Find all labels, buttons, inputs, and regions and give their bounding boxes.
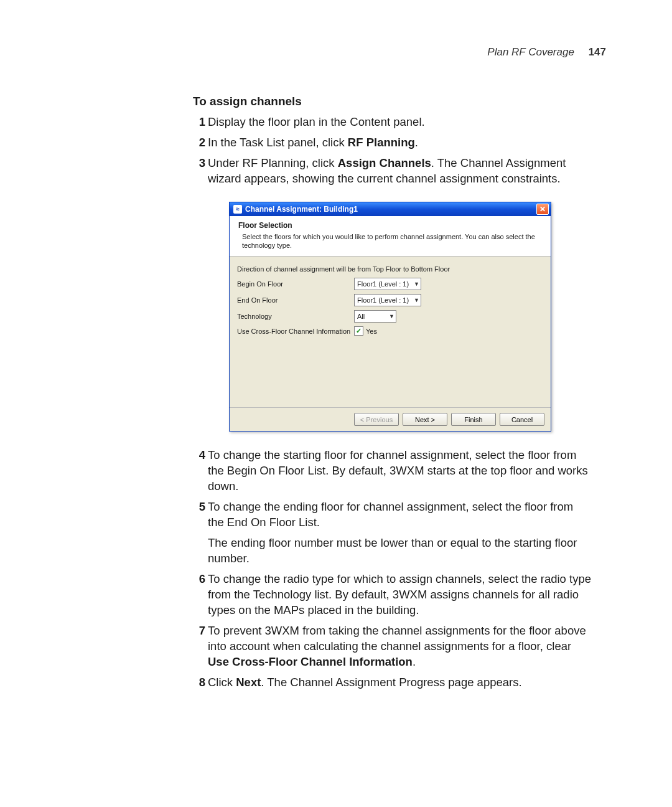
chevron-down-icon: ▼ xyxy=(414,281,419,287)
next-button[interactable]: Next > xyxy=(403,413,447,426)
dialog-header: Floor Selection Select the floors for wh… xyxy=(230,216,551,257)
step-1: Display the floor plan in the Content pa… xyxy=(193,115,591,130)
dialog-header-title: Floor Selection xyxy=(238,221,542,230)
cancel-button[interactable]: Cancel xyxy=(500,413,544,426)
section-title: To assign channels xyxy=(193,95,591,108)
running-title: Plan RF Coverage xyxy=(487,46,574,58)
dialog-header-desc: Select the floors for which you would li… xyxy=(238,232,542,250)
cross-floor-label: Use Cross-Floor Channel Information xyxy=(237,328,354,335)
dialog-body: Direction of channel assignment will be … xyxy=(230,257,551,407)
cross-floor-checkbox[interactable]: ✓ xyxy=(354,326,363,336)
step-8: Click Next. The Channel Assignment Progr… xyxy=(193,675,591,691)
step-5: To change the ending floor for channel a… xyxy=(193,499,591,567)
finish-button[interactable]: Finish xyxy=(451,413,496,426)
dialog-footer: < Previous Next > Finish Cancel xyxy=(230,407,551,431)
direction-text: Direction of channel assignment will be … xyxy=(237,265,543,273)
step-7: To prevent 3WXM from taking the channel … xyxy=(193,623,591,670)
dialog-titlebar[interactable]: ≈ Channel Assignment: Building1 ✕ xyxy=(230,202,551,216)
channel-assignment-dialog: ≈ Channel Assignment: Building1 ✕ Floor … xyxy=(229,202,551,432)
chevron-down-icon: ▼ xyxy=(389,313,394,319)
end-on-floor-label: End On Floor xyxy=(237,296,354,304)
page-number: 147 xyxy=(589,46,606,58)
app-icon: ≈ xyxy=(233,205,242,214)
begin-on-floor-select[interactable]: Floor1 (Level : 1) ▼ xyxy=(354,278,421,290)
begin-on-floor-label: Begin On Floor xyxy=(237,280,354,288)
technology-label: Technology xyxy=(237,313,354,320)
previous-button: < Previous xyxy=(354,413,399,426)
close-icon[interactable]: ✕ xyxy=(536,204,549,215)
technology-select[interactable]: All ▼ xyxy=(354,310,396,323)
step-2: In the Task List panel, click RF Plannin… xyxy=(193,135,591,151)
step-3: Under RF Planning, click Assign Channels… xyxy=(193,156,591,187)
cross-floor-value: Yes xyxy=(366,328,377,335)
end-on-floor-select[interactable]: Floor1 (Level : 1) ▼ xyxy=(354,294,421,306)
step-6: To change the radio type for which to as… xyxy=(193,572,591,618)
running-header: Plan RF Coverage 147 xyxy=(62,46,610,59)
dialog-title: Channel Assignment: Building1 xyxy=(245,205,358,214)
step-4: To change the starting floor for channel… xyxy=(193,448,591,494)
steps-list-continued: To change the starting floor for channel… xyxy=(193,448,591,691)
step-5-note: The ending floor number must be lower th… xyxy=(208,536,591,567)
chevron-down-icon: ▼ xyxy=(414,297,419,303)
steps-list: Display the floor plan in the Content pa… xyxy=(193,115,591,187)
